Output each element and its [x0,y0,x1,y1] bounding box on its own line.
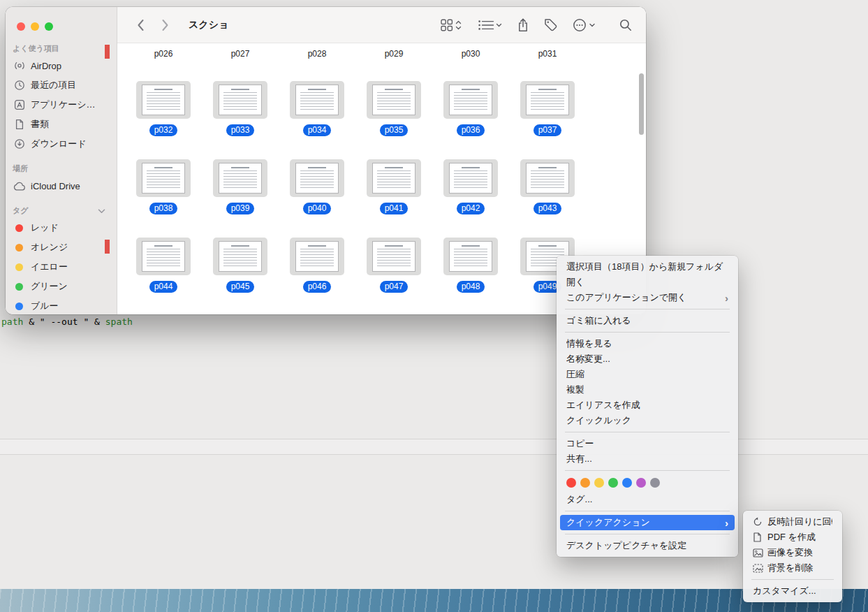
submenu-chevron-icon: › [725,293,728,303]
tag-color-gray[interactable] [650,478,660,488]
sidebar-section-tags: タグ レッド オレンジ イエロー グリーン [6,205,117,314]
submenu-item-remove-background[interactable]: 背景を削除 [746,560,839,576]
search-icon[interactable] [619,19,632,31]
file-item-selected[interactable]: p036 [432,81,509,136]
file-label[interactable]: p028 [308,49,327,59]
menu-item-duplicate[interactable]: 複製 [560,382,735,398]
file-label[interactable]: p030 [462,49,480,59]
menu-item-rename[interactable]: 名称変更... [560,351,735,367]
zoom-button[interactable] [45,22,53,31]
share-icon[interactable] [517,18,529,32]
sidebar-item-icloud-drive[interactable]: iCloud Drive [10,176,112,196]
file-item-selected[interactable]: p042 [432,159,509,214]
file-label-selected: p046 [303,281,332,293]
file-item-selected[interactable]: p046 [279,238,355,293]
file-item-selected[interactable]: p045 [202,238,279,293]
file-label-selected: p048 [457,281,485,293]
file-item-selected[interactable]: p048 [432,238,509,293]
file-thumbnail [526,85,569,115]
sidebar-item-tag-red[interactable]: レッド [10,218,112,238]
sidebar-item-tag-blue[interactable]: ブルー [10,296,112,314]
file-label[interactable]: p031 [538,49,557,59]
sidebar-item-airdrop[interactable]: AirDrop [10,56,112,75]
submenu-item-customize[interactable]: カスタマイズ... [746,583,839,599]
menu-item-tags[interactable]: タグ... [560,492,735,507]
tag-color-yellow[interactable] [594,478,604,488]
file-item-selected[interactable]: p038 [125,159,202,214]
submenu-item-create-pdf[interactable]: PDF を作成 [746,530,839,545]
menu-item-quick-look[interactable]: クイックルック [560,413,735,428]
minimize-button[interactable] [31,22,39,31]
file-item-selected[interactable]: p044 [125,238,202,293]
file-item-selected[interactable]: p039 [202,159,279,214]
file-item-selected[interactable]: p043 [509,159,586,214]
submenu-item-rotate-counterclockwise[interactable]: 反時計回りに回転 [746,514,839,530]
file-item-selected[interactable]: p047 [355,238,432,293]
menu-item-open[interactable]: 開く [560,275,735,290]
menu-item-new-folder-from-selection[interactable]: 選択項目（18項目）から新規フォルダ [560,259,735,275]
download-icon [13,138,26,150]
sidebar-item-applications[interactable]: アプリケーシ… [10,95,112,115]
file-item-selected[interactable]: p037 [509,81,586,136]
file-label-selected: p035 [380,124,409,136]
sidebar-item-tag-yellow[interactable]: イエロー [10,257,112,277]
file-thumbnail [449,85,492,115]
file-item-selected[interactable]: p032 [125,81,202,136]
view-options-button[interactable] [441,19,462,31]
sidebar-item-recents[interactable]: 最近の項目 [10,75,112,95]
file-thumbnail [219,163,262,194]
translucency-artifact [105,240,110,254]
rotate-counterclockwise-icon [753,517,765,527]
file-label[interactable]: p029 [385,49,404,59]
file-thumbnail [372,85,415,115]
sidebar-item-tag-orange[interactable]: オレンジ [10,238,112,257]
file-item-selected[interactable]: p034 [279,81,355,136]
group-by-button[interactable] [478,20,502,31]
sidebar-item-label: ブルー [31,300,59,312]
file-item-selected[interactable]: p040 [279,159,355,214]
more-actions-button[interactable] [573,18,596,32]
code-token: & [23,316,39,327]
file-label[interactable]: p027 [231,49,250,59]
tag-color-orange[interactable] [580,478,590,488]
close-button[interactable] [17,22,25,31]
quick-actions-submenu: 反時計回りに回転 PDF を作成 画像を変換 背景を削除 カスタマイズ... [743,511,842,602]
menu-item-get-info[interactable]: 情報を見る [560,336,735,351]
menu-item-quick-actions[interactable]: クイックアクション› [560,515,735,530]
menu-item-move-to-trash[interactable]: ゴミ箱に入れる [560,313,735,328]
file-thumbnail [449,241,492,272]
menu-item-open-with[interactable]: このアプリケーションで開く› [560,290,735,305]
menu-item-make-alias[interactable]: エイリアスを作成 [560,398,735,413]
menu-tag-colors [560,474,735,492]
window-title: スクショ [189,19,228,31]
vertical-scrollbar[interactable] [639,73,644,135]
submenu-item-convert-image[interactable]: 画像を変換 [746,545,839,560]
tag-color-green[interactable] [608,478,618,488]
sidebar-item-label: グリーン [31,280,68,293]
menu-item-copy[interactable]: コピー [560,436,735,451]
code-token: " --out " [40,316,89,327]
menu-separator [565,534,730,534]
sidebar-item-downloads[interactable]: ダウンロード [10,134,112,154]
menu-item-share[interactable]: 共有... [560,451,735,467]
menu-item-compress[interactable]: 圧縮 [560,367,735,382]
tag-color-red[interactable] [566,478,576,488]
back-button[interactable] [137,19,145,31]
file-label[interactable]: p026 [154,49,173,59]
sidebar-item-label: アプリケーシ… [31,99,96,111]
file-label-selected: p040 [303,203,332,214]
file-label-selected: p041 [380,203,409,214]
tag-icon[interactable] [544,18,557,31]
file-label-selected: p036 [457,124,485,136]
menu-item-set-desktop-picture[interactable]: デスクトップピクチャを設定 [560,538,735,553]
forward-button[interactable] [161,19,169,31]
chevron-down-icon[interactable] [98,207,105,215]
sidebar-item-documents[interactable]: 書類 [10,115,112,134]
tag-color-blue[interactable] [622,478,632,488]
file-item-selected[interactable]: p033 [202,81,279,136]
clock-icon [13,80,26,91]
sidebar-item-tag-green[interactable]: グリーン [10,277,112,296]
tag-color-purple[interactable] [636,478,646,488]
file-item-selected[interactable]: p041 [355,159,432,214]
file-item-selected[interactable]: p035 [355,81,432,136]
